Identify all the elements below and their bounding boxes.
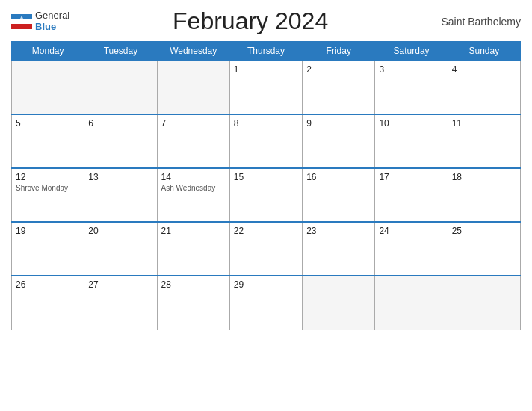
calendar-day-cell: 11 [448,114,520,168]
day-number: 22 [234,226,298,236]
calendar-day-cell: 6 [84,114,157,168]
calendar-day-cell: 22 [229,222,302,276]
calendar-day-cell: 5 [12,114,84,168]
calendar-day-cell: 29 [229,276,302,330]
logo-line1: General [35,10,69,21]
svg-rect-3 [11,24,32,29]
day-number: 17 [379,172,443,182]
day-number: 13 [88,172,152,182]
day-number: 29 [234,279,298,290]
day-number: 3 [379,64,443,75]
day-number: 5 [16,118,80,129]
calendar-day-cell: 13 [84,168,157,222]
calendar-header: General Blue February 2024 Saint Barthel… [11,7,521,35]
weekday-header-cell: Saturday [375,42,448,61]
day-number: 27 [88,279,152,290]
calendar-header-row: MondayTuesdayWednesdayThursdayFridaySatu… [12,42,521,61]
calendar-day-cell: 28 [157,276,229,330]
day-number: 8 [234,118,298,129]
weekday-header-cell: Tuesday [84,42,157,61]
day-number: 16 [306,172,371,182]
calendar-day-cell: 1 [229,61,302,114]
calendar-body: 123456789101112Shrove Monday1314Ash Wedn… [12,61,521,330]
calendar-day-cell: 27 [84,276,157,330]
day-number: 18 [452,172,516,182]
calendar-day-cell: 20 [84,222,157,276]
weekday-header-cell: Wednesday [157,42,229,61]
calendar-day-cell: 15 [229,168,302,222]
calendar-table: MondayTuesdayWednesdayThursdayFridaySatu… [11,41,521,330]
calendar-day-cell: 16 [303,168,375,222]
weekday-header-cell: Friday [303,42,375,61]
day-number: 28 [161,279,226,290]
day-number: 7 [161,118,226,129]
weekday-header-cell: Monday [12,42,84,61]
calendar-day-cell: 10 [375,114,448,168]
day-number: 14 [161,172,226,182]
day-number: 25 [452,226,516,236]
day-number: 1 [234,64,298,75]
weekday-header-cell: Thursday [229,42,302,61]
calendar-day-cell: 24 [375,222,448,276]
weekday-header-row: MondayTuesdayWednesdayThursdayFridaySatu… [12,42,521,61]
day-number: 6 [88,118,152,129]
calendar-day-cell [12,61,84,114]
calendar-day-cell: 23 [303,222,375,276]
calendar-day-cell: 7 [157,114,229,168]
logo-text: General Blue [35,10,69,32]
day-number: 23 [306,226,371,236]
calendar-day-cell: 12Shrove Monday [12,168,84,222]
calendar-week-row: 19202122232425 [12,222,521,276]
day-number: 4 [452,64,516,75]
day-number: 11 [452,118,516,129]
calendar-day-cell: 18 [448,168,520,222]
calendar-day-cell: 2 [303,61,375,114]
day-number: 10 [379,118,443,129]
calendar-day-cell [84,61,157,114]
calendar-day-cell: 21 [157,222,229,276]
logo-icon [11,14,32,29]
day-number: 24 [379,226,443,236]
calendar-day-cell [157,61,229,114]
calendar-day-cell: 8 [229,114,302,168]
calendar-day-cell [375,276,448,330]
logo: General Blue [11,10,69,32]
day-number: 20 [88,226,152,236]
calendar-week-row: 12Shrove Monday1314Ash Wednesday15161718 [12,168,521,222]
region-label: Saint Barthelemy [431,16,521,28]
day-number: 12 [16,172,80,182]
calendar-day-cell: 3 [375,61,448,114]
calendar-day-cell [303,276,375,330]
calendar-day-cell: 4 [448,61,520,114]
calendar-day-cell: 26 [12,276,84,330]
day-number: 19 [16,226,80,236]
day-number: 15 [234,172,298,182]
calendar-day-cell: 9 [303,114,375,168]
calendar-week-row: 1234 [12,61,521,114]
day-number: 26 [16,279,80,290]
weekday-header-cell: Sunday [448,42,520,61]
calendar-day-cell: 17 [375,168,448,222]
calendar-day-cell: 25 [448,222,520,276]
day-event: Shrove Monday [16,184,80,192]
calendar-week-row: 26272829 [12,276,521,330]
calendar-container: General Blue February 2024 Saint Barthel… [0,0,532,411]
calendar-title: February 2024 [69,7,431,35]
calendar-day-cell [448,276,520,330]
calendar-week-row: 567891011 [12,114,521,168]
day-number: 9 [306,118,371,129]
calendar-day-cell: 14Ash Wednesday [157,168,229,222]
logo-line2: Blue [35,21,56,32]
day-number: 21 [161,226,226,236]
day-number: 2 [306,64,371,75]
day-event: Ash Wednesday [161,184,226,192]
calendar-day-cell: 19 [12,222,84,276]
